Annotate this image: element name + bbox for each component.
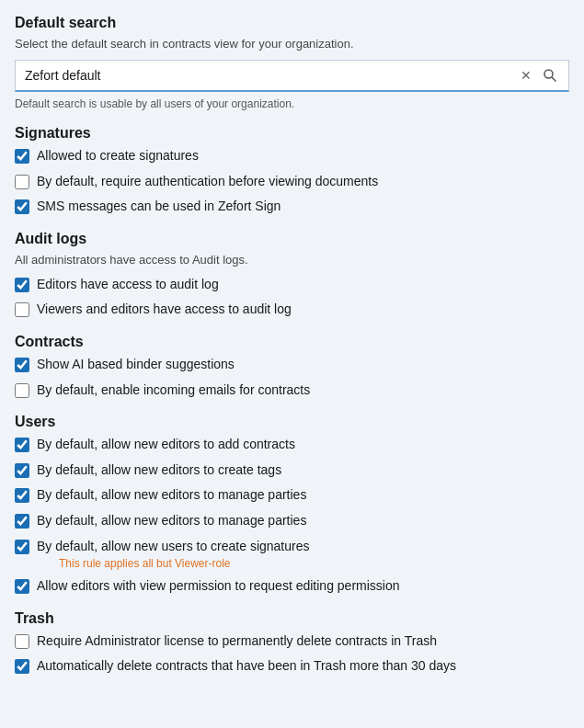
search-icon	[543, 68, 557, 83]
checkbox-label-wrap: Automatically delete contracts that have…	[37, 657, 456, 676]
checkbox-sublabel: This rule applies all but Viewer-role	[59, 557, 310, 570]
checkbox-con1[interactable]	[15, 358, 29, 372]
checkbox-label[interactable]: By default, allow new editors to manage …	[37, 487, 306, 502]
checkbox-label-wrap: Allow editors with view permission to re…	[37, 577, 400, 596]
checkbox-usr2[interactable]	[15, 463, 29, 478]
trash-section: Trash Require Administrator license to p…	[15, 610, 569, 676]
svg-point-0	[544, 70, 553, 78]
checkbox-label-wrap: Show AI based binder suggestions	[37, 356, 235, 374]
search-button[interactable]	[541, 66, 559, 85]
contracts-section: Contracts Show AI based binder suggestio…	[15, 334, 569, 399]
clear-search-button[interactable]: ✕	[519, 66, 533, 85]
checkbox-label-wrap: Editors have access to audit log	[37, 276, 219, 294]
signatures-items: Allowed to create signaturesBy default, …	[15, 147, 569, 216]
list-item: By default, allow new users to create si…	[15, 538, 569, 571]
checkbox-label-wrap: Allowed to create signatures	[37, 147, 199, 165]
list-item: Editors have access to audit log	[15, 276, 569, 294]
contracts-items: Show AI based binder suggestionsBy defau…	[15, 356, 569, 399]
checkbox-label-wrap: By default, enable incoming emails for c…	[37, 381, 310, 400]
list-item: Require Administrator license to permane…	[15, 632, 569, 651]
checkbox-label-wrap: By default, allow new editors to manage …	[37, 512, 306, 530]
list-item: SMS messages can be used in Zefort Sign	[15, 198, 569, 216]
checkbox-label-wrap: By default, allow new editors to create …	[37, 461, 281, 480]
default-search-subtitle: Select the default search in contracts v…	[15, 37, 569, 51]
checkbox-label[interactable]: Viewers and editors have access to audit…	[37, 301, 292, 316]
checkbox-label[interactable]: Editors have access to audit log	[37, 277, 219, 291]
checkbox-label[interactable]: By default, allow new editors to manage …	[37, 513, 306, 528]
checkbox-label-wrap: By default, allow new users to create si…	[37, 538, 310, 571]
default-search-hint: Default search is usable by all users of…	[15, 97, 569, 110]
checkbox-label[interactable]: Allow editors with view permission to re…	[37, 578, 400, 593]
checkbox-con2[interactable]	[15, 383, 29, 398]
list-item: Allowed to create signatures	[15, 147, 569, 165]
checkbox-usr1[interactable]	[15, 438, 29, 452]
users-title: Users	[15, 414, 569, 430]
list-item: Viewers and editors have access to audit…	[15, 301, 569, 319]
list-item: Allow editors with view permission to re…	[15, 577, 569, 596]
users-items: By default, allow new editors to add con…	[15, 436, 569, 596]
checkbox-usr3[interactable]	[15, 488, 29, 503]
checkbox-trash2[interactable]	[15, 659, 29, 674]
checkbox-label[interactable]: By default, allow new editors to add con…	[37, 437, 295, 451]
checkbox-audit1[interactable]	[15, 278, 29, 292]
checkbox-label[interactable]: SMS messages can be used in Zefort Sign	[37, 199, 281, 213]
checkbox-audit2[interactable]	[15, 302, 29, 317]
checkbox-label[interactable]: Require Administrator license to permane…	[37, 633, 437, 648]
list-item: By default, allow new editors to add con…	[15, 436, 569, 454]
checkbox-sig2[interactable]	[15, 175, 29, 189]
checkbox-label[interactable]: By default, require authentication befor…	[37, 174, 378, 188]
users-section: Users By default, allow new editors to a…	[15, 414, 569, 596]
checkbox-label-wrap: By default, allow new editors to manage …	[37, 486, 306, 505]
checkbox-label[interactable]: Automatically delete contracts that have…	[37, 658, 456, 673]
list-item: By default, allow new editors to manage …	[15, 512, 569, 530]
default-search-title: Default search	[15, 15, 569, 31]
default-search-section: Default search Select the default search…	[15, 15, 569, 110]
list-item: By default, enable incoming emails for c…	[15, 381, 569, 400]
list-item: By default, require authentication befor…	[15, 173, 569, 191]
checkbox-sig1[interactable]	[15, 149, 29, 164]
search-value: Zefort default	[25, 68, 519, 83]
signatures-title: Signatures	[15, 125, 569, 142]
audit-logs-title: Audit logs	[15, 231, 569, 247]
checkbox-label[interactable]: By default, allow new editors to create …	[37, 462, 281, 477]
checkbox-label[interactable]: Show AI based binder suggestions	[37, 357, 235, 371]
checkbox-sig3[interactable]	[15, 199, 29, 214]
checkbox-usr6[interactable]	[15, 579, 29, 594]
audit-logs-subtitle: All administrators have access to Audit …	[15, 253, 569, 267]
checkbox-label-wrap: Viewers and editors have access to audit…	[37, 301, 292, 319]
checkbox-label[interactable]: Allowed to create signatures	[37, 148, 199, 163]
signatures-section: Signatures Allowed to create signaturesB…	[15, 125, 569, 216]
checkbox-label-wrap: By default, require authentication befor…	[37, 173, 378, 191]
list-item: By default, allow new editors to create …	[15, 461, 569, 480]
checkbox-trash1[interactable]	[15, 634, 29, 649]
trash-items: Require Administrator license to permane…	[15, 632, 569, 676]
checkbox-label-wrap: SMS messages can be used in Zefort Sign	[37, 198, 281, 216]
checkbox-label-wrap: By default, allow new editors to add con…	[37, 436, 295, 454]
contracts-title: Contracts	[15, 334, 569, 350]
default-search-field[interactable]: Zefort default ✕	[15, 60, 569, 92]
trash-title: Trash	[15, 610, 569, 627]
audit-logs-items: Editors have access to audit logViewers …	[15, 276, 569, 319]
checkbox-usr4[interactable]	[15, 514, 29, 529]
checkbox-label[interactable]: By default, allow new users to create si…	[37, 539, 310, 553]
search-icons: ✕	[519, 66, 559, 85]
list-item: Automatically delete contracts that have…	[15, 657, 569, 676]
audit-logs-section: Audit logs All administrators have acces…	[15, 231, 569, 319]
checkbox-label-wrap: Require Administrator license to permane…	[37, 632, 437, 651]
checkbox-label[interactable]: By default, enable incoming emails for c…	[37, 382, 310, 397]
svg-line-1	[553, 78, 556, 82]
list-item: By default, allow new editors to manage …	[15, 486, 569, 505]
list-item: Show AI based binder suggestions	[15, 356, 569, 374]
checkbox-usr5[interactable]	[15, 540, 29, 554]
